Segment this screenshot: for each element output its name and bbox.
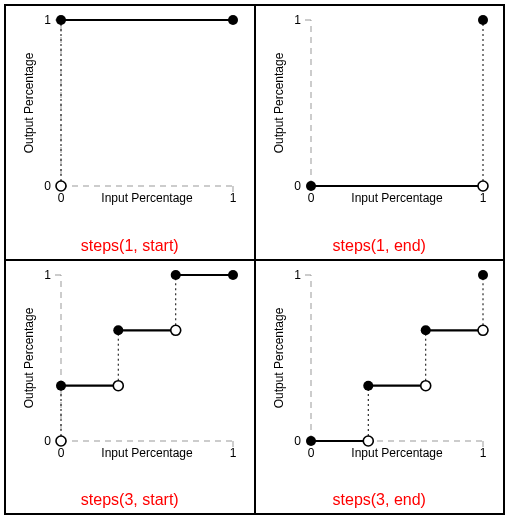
plot-3: 0101Input PercentageOutput Percentage (256, 261, 503, 489)
svg-text:0: 0 (58, 446, 65, 460)
svg-point-23 (306, 181, 316, 191)
svg-text:0: 0 (307, 446, 314, 460)
svg-point-41 (56, 436, 66, 446)
svg-point-66 (420, 380, 430, 390)
svg-text:Input Percentage: Input Percentage (351, 191, 443, 205)
svg-text:Output Percentage: Output Percentage (22, 307, 36, 408)
svg-point-71 (478, 270, 488, 280)
panel-3: 0101Input PercentageOutput Percentage st… (255, 260, 505, 515)
svg-text:1: 1 (230, 446, 237, 460)
caption-1: steps(1, end) (256, 237, 504, 255)
svg-text:0: 0 (44, 179, 51, 193)
svg-point-6 (56, 181, 66, 191)
svg-text:0: 0 (294, 434, 301, 448)
panel-0: 0101Input PercentageOutput Percentage st… (5, 5, 255, 260)
chart-grid: 0101Input PercentageOutput Percentage st… (4, 4, 505, 515)
svg-point-47 (228, 270, 238, 280)
svg-text:1: 1 (44, 13, 51, 27)
svg-text:1: 1 (294, 268, 301, 282)
svg-text:0: 0 (294, 179, 301, 193)
panel-1: 0101Input PercentageOutput Percentage st… (255, 5, 505, 260)
svg-text:Output Percentage: Output Percentage (272, 52, 286, 153)
svg-text:1: 1 (479, 191, 486, 205)
svg-point-45 (113, 325, 123, 335)
svg-point-65 (363, 436, 373, 446)
svg-text:Input Percentage: Input Percentage (101, 191, 193, 205)
svg-point-44 (56, 380, 66, 390)
svg-point-46 (171, 270, 181, 280)
caption-3: steps(3, end) (256, 491, 504, 509)
panel-2: 0101Input PercentageOutput Percentage st… (5, 260, 255, 515)
svg-point-7 (56, 15, 66, 25)
svg-point-69 (363, 380, 373, 390)
svg-text:0: 0 (44, 434, 51, 448)
svg-text:1: 1 (230, 191, 237, 205)
svg-text:Input Percentage: Input Percentage (351, 446, 443, 460)
svg-text:Output Percentage: Output Percentage (22, 52, 36, 153)
svg-point-42 (113, 380, 123, 390)
svg-text:Input Percentage: Input Percentage (101, 446, 193, 460)
plot-2: 0101Input PercentageOutput Percentage (6, 261, 253, 489)
svg-text:1: 1 (44, 268, 51, 282)
svg-point-67 (478, 325, 488, 335)
plot-1: 0101Input PercentageOutput Percentage (256, 6, 503, 234)
svg-text:0: 0 (58, 191, 65, 205)
caption-0: steps(1, start) (6, 237, 254, 255)
svg-text:1: 1 (479, 446, 486, 460)
svg-point-70 (420, 325, 430, 335)
svg-point-8 (228, 15, 238, 25)
caption-2: steps(3, start) (6, 491, 254, 509)
svg-point-43 (171, 325, 181, 335)
svg-point-24 (478, 15, 488, 25)
svg-point-22 (478, 181, 488, 191)
svg-point-68 (306, 436, 316, 446)
svg-text:Output Percentage: Output Percentage (272, 307, 286, 408)
svg-text:1: 1 (294, 13, 301, 27)
plot-0: 0101Input PercentageOutput Percentage (6, 6, 253, 234)
svg-text:0: 0 (307, 191, 314, 205)
